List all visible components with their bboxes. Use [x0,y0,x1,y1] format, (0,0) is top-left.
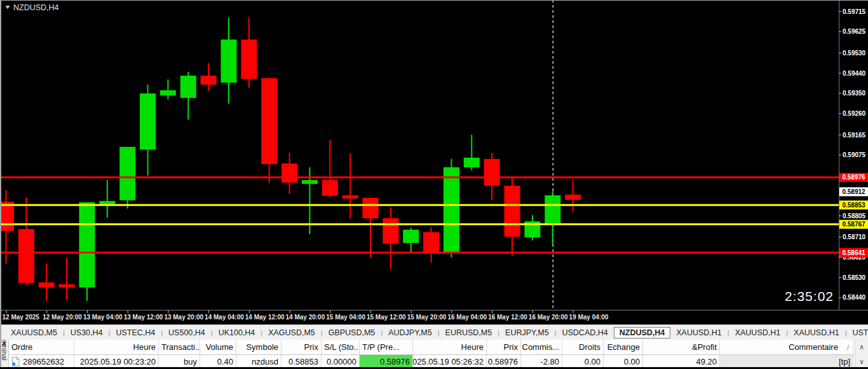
chart-tab-audjpy-m5[interactable]: AUDJPY,M5 [383,327,438,338]
scroll-up-icon[interactable]: ∧ [855,340,868,354]
chart-tab-xauusd-h1[interactable]: XAUUSD,H1 [788,327,845,338]
price-badge-label: 0.58976 [842,174,865,181]
column-header-0[interactable]: Ordre [9,340,74,354]
price-axis-label: 0.59165 [843,132,866,139]
order-cell-4: nzdusd [236,355,281,368]
candle-down [241,39,257,79]
candle-up [220,39,236,83]
candle-up [140,94,156,150]
order-cell-3: 0.40 [200,355,236,368]
chart-tab-us30-h4[interactable]: US30,H4 [65,327,109,338]
order-cell-value: buy [184,357,197,366]
column-header-6[interactable]: S/L (Sto... [322,340,360,354]
candle-up [302,180,318,184]
column-header-7[interactable]: T/P (Pre... [360,340,413,354]
column-header-label: S/L (Sto... [324,342,360,352]
candle-up [545,195,560,224]
column-header-13[interactable]: &Profit [643,340,720,354]
time-axis-label: 12 May 2025 [3,314,40,321]
order-cell-value: 2025.05.19 05:26:32 [413,357,484,366]
price-axis-label: 0.59260 [843,110,866,117]
order-cell-value: 0.00000 [327,357,356,366]
chart-symbol-label: NZDUSD,H4 [13,3,59,12]
window-left-edge [0,0,1,369]
chart-tab-xauusd-h1[interactable]: XAUUSD,H1 [729,327,787,338]
time-axis-label: 13 May 20:00 [164,314,203,321]
candle-down [383,218,398,244]
chart-tab-ustec-h4[interactable]: USTEC,H4 [110,327,161,338]
column-header-label: Symbole [246,342,278,352]
chart-tab-xauusd-h1[interactable]: XAUUSD,H1 [670,327,728,338]
chart-tabs: XAUUSD,M5|US30,H4|USTEC,H4|US500,H4|UK10… [0,327,868,338]
chart-tab-xagusd-m5[interactable]: XAGUSD,M5 [262,327,321,338]
price-axis-label: 0.59625 [843,28,866,35]
orders-table: OrdreHeureTransacti...VolumeSymbolePrixS… [9,340,853,368]
column-header-2[interactable]: Transacti... [159,340,200,354]
candle-up [403,230,419,243]
column-header-5[interactable]: Prix [281,340,322,354]
order-cell-value: 0.00 [585,357,600,366]
order-cell-14: [tp] [720,355,853,368]
candle-down [565,195,581,200]
column-header-label: Prix [504,342,518,352]
chart-tab-eurusd-m5[interactable]: EURUSD,M5 [440,327,498,338]
order-cell-2: buy [159,355,200,368]
column-header-1[interactable]: Heure [74,340,159,354]
chart-tab-us500-h4[interactable]: US500,H4 [163,327,211,338]
order-document-icon [11,357,20,366]
order-cell-value: 2025.05.19 00:23:20 [80,357,156,366]
candle-up [444,167,459,253]
candle-down [484,159,500,186]
price-chart[interactable]: 0.597150.596250.595300.594400.593500.592… [0,0,868,324]
candle-down [261,78,277,164]
chart-tab-nzdusd-h4[interactable]: NZDUSD,H4 [614,327,671,338]
order-cell-6: 0.00000 [322,355,360,368]
order-row[interactable]: 2896526322025.05.19 00:23:20buy0.40nzdus… [9,355,853,368]
chart-tab-xauusd-m5[interactable]: XAUUSD,M5 [5,327,63,338]
chart-tab-ustec-weekly[interactable]: USTEC,Weekly [846,327,868,338]
column-header-12[interactable]: Echange [604,340,643,354]
column-header-label: Ordre [11,342,32,352]
column-header-3[interactable]: Volume [200,340,236,354]
candle-down [281,164,297,183]
terminal-panel: x Terminal OrdreHeureTransacti...VolumeS… [0,340,868,369]
column-header-10[interactable]: Commis... [521,340,562,354]
candle-countdown-clock: 2:35:02 [785,289,834,303]
time-axis-label: 15 May 12:00 [367,314,406,321]
order-cell-value: [tp] [839,357,850,366]
chart-tab-bar: XAUUSD,M5|US30,H4|USTEC,H4|US500,H4|UK10… [0,324,868,340]
column-header-label: Droits [579,342,600,352]
chart-tab-usdcad-h4[interactable]: USDCAD,H4 [556,327,613,338]
terminal-side-strip[interactable]: x Terminal [0,340,9,369]
chart-tab-eurjpy-m5[interactable]: EURJPY,M5 [499,327,555,338]
header-sort-slash-icon[interactable]: / [847,344,849,351]
column-header-8[interactable]: Heure [413,340,487,354]
orders-scrollbar[interactable]: ∧ ∨ [855,340,868,369]
order-cell-10: -2.80 [521,355,562,368]
time-axis-label: 14 May 20:00 [286,314,325,321]
order-cell-1: 2025.05.19 00:23:20 [74,355,159,368]
column-header-9[interactable]: Prix [487,340,521,354]
time-axis-label: 13 May 12:00 [124,314,163,321]
candle-down [342,195,358,198]
order-cell-value: 0.58976 [488,357,518,366]
chart-tab-gbpusd-m5[interactable]: GBPUSD,M5 [323,327,381,338]
order-cell-value: 289652632 [23,357,64,366]
chart-tab-uk100-h4[interactable]: UK100,H4 [213,327,261,338]
candle-up [180,76,196,98]
column-header-4[interactable]: Symbole [236,340,281,354]
column-header-14[interactable]: Commentaire/ [720,340,853,354]
order-cell-value: 0.40 [217,357,233,366]
mt4-window: 0.597150.596250.595300.594400.593500.592… [0,0,868,369]
time-axis-label: 19 May 04:00 [569,314,609,321]
window-top-edge [0,0,868,1]
price-axis-label: 0.59715 [843,8,866,15]
candle-up [79,202,95,288]
order-cell-9: 0.58976 [487,355,521,368]
terminal-panel-title: Terminal [1,340,8,361]
price-axis-label: 0.58805 [843,212,866,219]
time-axis-label: 13 May 04:00 [83,314,123,321]
candle-down [0,202,14,231]
column-header-11[interactable]: Droits [562,340,604,354]
price-badge-label: 0.58853 [842,202,865,209]
